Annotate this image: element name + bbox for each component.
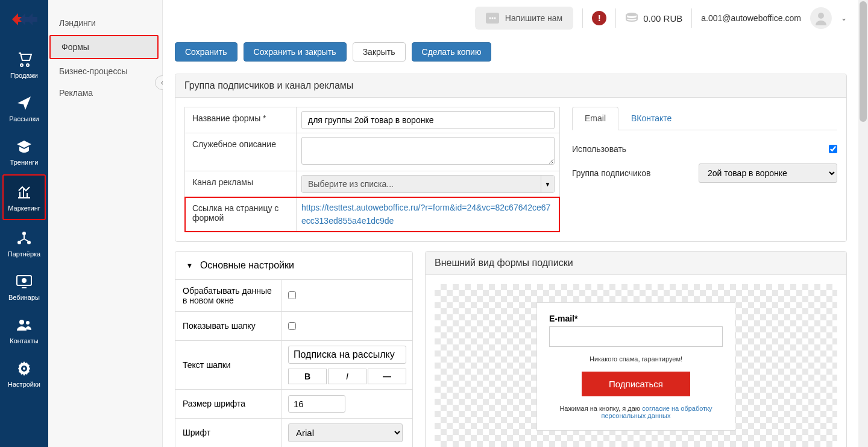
nav-settings[interactable]: Настройки <box>1 352 47 395</box>
write-us-label: Напишите нам <box>505 13 562 23</box>
subnav-processes[interactable]: Бизнес-процессы <box>48 60 162 82</box>
channel-settings: Email ВКонтакте Использовать Группа подп… <box>572 107 837 232</box>
svg-point-9 <box>494 17 495 19</box>
tab-email[interactable]: Email <box>572 107 618 130</box>
subscribe-button-preview[interactable]: Подписаться <box>582 372 690 396</box>
subscribers-panel: Группа подписчиков и канал рекламы Назва… <box>175 74 847 242</box>
graduation-icon <box>14 137 34 156</box>
italic-button[interactable]: I <box>328 369 366 384</box>
bold-button[interactable]: B <box>288 369 327 384</box>
email-input-preview[interactable] <box>549 326 723 347</box>
email-label: E-mail* <box>549 314 723 323</box>
send-icon <box>14 94 34 113</box>
header-text-label: Текст шапки <box>175 341 282 389</box>
header-text-input[interactable] <box>288 346 406 364</box>
form-url-link[interactable]: https://testtest.autoweboffice.ru/?r=for… <box>301 203 550 226</box>
svg-point-5 <box>19 320 24 325</box>
subnav-forms[interactable]: Формы <box>49 35 159 59</box>
svg-point-0 <box>22 232 26 235</box>
use-label: Использовать <box>572 144 829 154</box>
font-size-label: Размер шрифта <box>175 390 282 418</box>
panel-title: Группа подписчиков и канал рекламы <box>175 74 846 98</box>
use-checkbox[interactable] <box>829 145 837 153</box>
group-select[interactable]: 2ой товар в воронке <box>699 163 837 183</box>
users-icon <box>14 315 34 335</box>
scrollbar[interactable] <box>858 0 868 447</box>
preview-title: Внешний вид формы подписки <box>426 252 846 275</box>
user-email[interactable]: a.001@autoweboffice.com <box>701 13 801 23</box>
balance-value: 0.00 RUB <box>643 13 682 24</box>
basic-settings-panel: ▼ Основные настройки Обрабатывать данные… <box>175 251 413 447</box>
form-name-label: Название формы * <box>185 107 297 133</box>
gear-icon <box>14 359 34 378</box>
subnav-landings[interactable]: Лэндинги <box>48 12 162 34</box>
subscribe-form-preview: E-mail* Никакого спама, гарантируем! Под… <box>536 302 735 431</box>
svg-point-4 <box>22 279 26 282</box>
channel-select[interactable]: Выберите из списка... ▼ <box>301 175 555 193</box>
balance-display[interactable]: 0.00 RUB <box>625 11 682 25</box>
save-close-button[interactable]: Сохранить и закрыть <box>244 42 347 62</box>
action-bar: Сохранить Сохранить и закрыть Закрыть Сд… <box>163 36 868 68</box>
nav-webinars[interactable]: Вебинары <box>1 265 47 308</box>
nav-contacts[interactable]: Контакты <box>1 308 47 352</box>
tab-vk[interactable]: ВКонтакте <box>618 107 684 130</box>
divider <box>615 8 616 28</box>
nospam-text: Никакого спама, гарантируем! <box>549 355 723 363</box>
copy-button[interactable]: Сделать копию <box>412 42 492 62</box>
nav-trainings[interactable]: Тренинги <box>1 130 47 173</box>
svg-point-11 <box>818 13 824 19</box>
description-textarea[interactable] <box>301 137 555 165</box>
form-settings-table: Название формы * Служебное описание Кана… <box>184 107 560 232</box>
accordion-toggle[interactable]: ▼ Основные настройки <box>175 252 412 279</box>
monitor-icon <box>14 272 34 291</box>
preview-panel: Внешний вид формы подписки E-mail* Никак… <box>425 251 847 447</box>
cart-icon <box>14 50 34 69</box>
user-menu-toggle[interactable]: ⌄ <box>841 14 847 22</box>
network-icon <box>14 229 34 248</box>
close-button[interactable]: Закрыть <box>353 42 406 62</box>
svg-point-6 <box>26 321 30 325</box>
sub-nav-sidebar: Лэндинги Формы Бизнес-процессы Реклама ‹ <box>48 0 163 447</box>
main-nav-sidebar: Продажи Рассылки Тренинги Маркетинг Парт… <box>0 0 48 447</box>
show-header-checkbox[interactable] <box>288 322 296 330</box>
divider <box>691 8 692 28</box>
settings-title: Основные настройки <box>200 260 294 271</box>
show-header-label: Показывать шапку <box>175 312 282 340</box>
divider <box>582 8 583 28</box>
chart-icon <box>14 183 34 202</box>
strike-button[interactable]: — <box>368 369 406 384</box>
new-window-checkbox[interactable] <box>288 291 296 299</box>
coins-icon <box>625 11 638 25</box>
nav-marketing[interactable]: Маркетинг <box>2 174 46 220</box>
description-label: Служебное описание <box>185 133 297 171</box>
logo[interactable] <box>10 5 39 34</box>
alert-badge[interactable]: ! <box>592 11 606 25</box>
chevron-down-icon: ▼ <box>541 176 554 192</box>
save-button[interactable]: Сохранить <box>175 42 237 62</box>
channel-label: Канал рекламы <box>185 171 297 197</box>
svg-point-7 <box>489 17 491 19</box>
write-us-button[interactable]: Напишите нам <box>475 7 573 30</box>
preview-canvas: E-mail* Никакого спама, гарантируем! Под… <box>435 284 837 447</box>
form-name-input[interactable] <box>301 111 555 129</box>
font-size-input[interactable] <box>288 395 345 413</box>
chevron-down-icon: ▼ <box>186 262 193 269</box>
group-label: Группа подписчиков <box>572 168 699 178</box>
nav-sales[interactable]: Продажи <box>1 43 47 86</box>
svg-point-8 <box>491 17 493 19</box>
url-label: Ссылка на страницу с формой <box>185 197 297 232</box>
consent-text: Нажимая на кнопку, я даю согласие на обр… <box>549 405 723 419</box>
subnav-ads[interactable]: Реклама <box>48 82 162 104</box>
avatar[interactable] <box>810 7 832 29</box>
new-window-label: Обрабатывать данные в новом окне <box>175 280 282 311</box>
main-content: Напишите нам ! 0.00 RUB a.001@autoweboff… <box>163 0 868 447</box>
nav-affiliate[interactable]: Партнёрка <box>1 221 47 265</box>
nav-mailings[interactable]: Рассылки <box>1 86 47 130</box>
font-label: Шрифт <box>175 419 282 447</box>
topbar: Напишите нам ! 0.00 RUB a.001@autoweboff… <box>163 0 868 36</box>
chat-icon <box>486 13 499 24</box>
svg-point-10 <box>626 13 637 16</box>
font-select[interactable]: Arial <box>288 423 403 442</box>
